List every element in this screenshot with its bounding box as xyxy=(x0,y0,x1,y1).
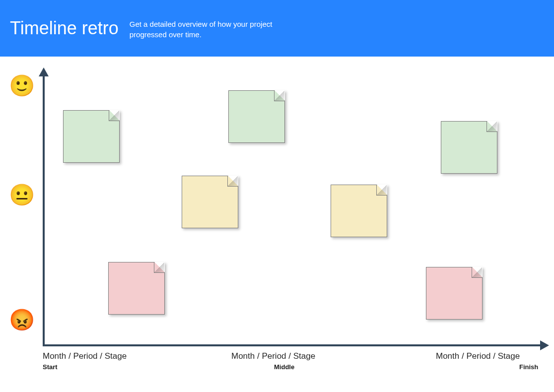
y-axis xyxy=(43,75,45,345)
sticky-note[interactable] xyxy=(182,176,238,228)
sticky-note[interactable] xyxy=(331,185,387,237)
x-axis-arrowhead-icon xyxy=(540,340,549,350)
sticky-note[interactable] xyxy=(441,121,497,174)
page-description: Get a detailed overview of how your proj… xyxy=(130,17,298,40)
x-axis-sublabel: Middle xyxy=(274,363,294,371)
x-axis-label: Month / Period / Stage xyxy=(43,351,127,361)
angry-face-icon: 😡 xyxy=(9,308,35,332)
sticky-note[interactable] xyxy=(228,90,285,143)
sticky-note[interactable] xyxy=(426,267,483,320)
page-title: Timeline retro xyxy=(10,18,119,39)
timeline-canvas: 🙂 😐 😡 Month / Period / Stage Month / Per… xyxy=(0,57,554,392)
x-axis-label: Month / Period / Stage xyxy=(231,351,315,361)
y-axis-arrowhead-icon xyxy=(39,67,49,76)
sticky-note[interactable] xyxy=(63,110,120,163)
header: Timeline retro Get a detailed overview o… xyxy=(0,0,554,57)
x-axis-sublabel: Finish xyxy=(519,363,538,371)
neutral-face-icon: 😐 xyxy=(9,183,35,207)
happy-face-icon: 🙂 xyxy=(9,73,35,98)
x-axis-sublabel: Start xyxy=(43,363,58,371)
x-axis xyxy=(43,344,542,346)
x-axis-label: Month / Period / Stage xyxy=(436,351,520,361)
sticky-note[interactable] xyxy=(108,262,165,315)
